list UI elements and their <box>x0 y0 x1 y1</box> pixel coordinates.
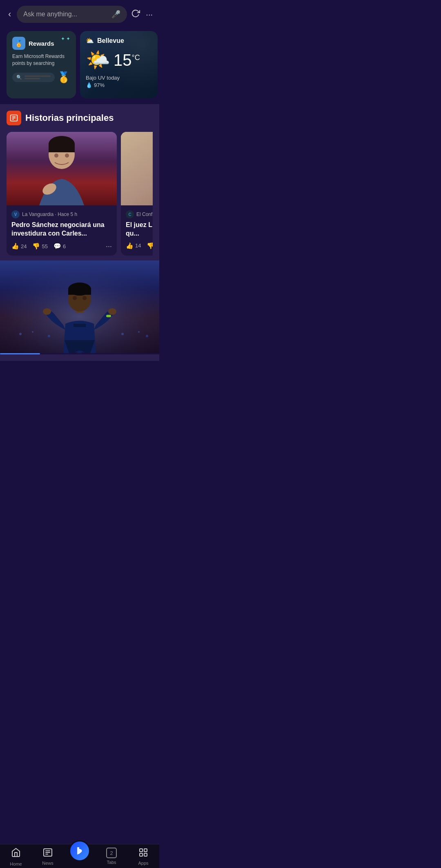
source-row-1: V La Vanguardia · Hace 5 h <box>11 210 112 218</box>
thumbs-up-icon: 👍 <box>11 243 19 250</box>
svg-point-31 <box>43 308 51 315</box>
thumbs-down-icon: 👎 <box>32 243 40 250</box>
big-news-card[interactable] <box>0 260 159 354</box>
weather-cloud-icon: ⛅ <box>86 37 94 45</box>
news-card-2-body: C El Confidencial · H El juez Llarena c.… <box>121 205 153 254</box>
news-cards-row: V La Vanguardia · Hace 5 h Pedro Sánchez… <box>7 132 153 256</box>
news-card-1[interactable]: V La Vanguardia · Hace 5 h Pedro Sánchez… <box>7 132 117 256</box>
news-header: Historias principales <box>7 111 153 125</box>
like-button-1[interactable]: 👍 24 <box>11 243 27 250</box>
weather-city: Bellevue <box>97 37 124 45</box>
thumbs-up-icon-2: 👍 <box>126 242 134 249</box>
comment-button-1[interactable]: 💬 6 <box>53 243 66 250</box>
rewards-title: Rewards <box>29 40 54 47</box>
svg-point-27 <box>48 335 50 337</box>
news-card-2-title: El juez Llarena c... sumario para qu... <box>126 221 153 238</box>
svg-point-8 <box>54 154 58 158</box>
search-bar[interactable]: Ask me anything... 🎤 <box>17 6 127 23</box>
back-button[interactable]: ‹ <box>7 7 13 21</box>
weather-condition-text: Bajo UV today <box>86 75 152 81</box>
rewards-widget[interactable]: 🏅 Rewards Earn Microsoft Rewards points … <box>7 31 76 98</box>
widgets-section: 🏅 Rewards Earn Microsoft Rewards points … <box>0 27 159 104</box>
header: ‹ Ask me anything... 🎤 ··· <box>0 0 159 27</box>
weather-widget[interactable]: ⛅ Bellevue 🌤️ 15°C Bajo UV today 💧 97% <box>80 31 158 98</box>
news-card-1-actions: 👍 24 👎 55 💬 6 ··· <box>11 242 112 251</box>
news-section: Historias principales <box>0 104 159 361</box>
svg-rect-40 <box>74 324 86 327</box>
weather-condition-icon: 🌤️ <box>86 49 110 71</box>
weather-temperature: 15°C <box>114 51 140 69</box>
svg-rect-7 <box>49 143 75 152</box>
mic-icon[interactable]: 🎤 <box>111 10 120 19</box>
svg-point-38 <box>82 296 87 300</box>
source-icon-1: V <box>11 210 20 218</box>
svg-point-37 <box>73 296 77 300</box>
rewards-icon: 🏅 <box>12 37 25 50</box>
svg-point-25 <box>19 333 22 335</box>
svg-point-28 <box>121 333 124 335</box>
rewards-illustration: 🔍 🥇 <box>12 71 70 84</box>
svg-rect-11 <box>121 132 153 205</box>
svg-rect-36 <box>68 288 91 295</box>
weather-humidity: 💧 97% <box>86 82 152 88</box>
source-icon-2: C <box>126 210 134 218</box>
source-name-2: El Confidencial · H <box>136 211 153 217</box>
svg-point-9 <box>65 154 69 158</box>
sparkle-decoration: ✦ ✦ <box>61 36 70 42</box>
rewards-description: Earn Microsoft Rewards points by searchi… <box>12 53 70 67</box>
news-card-1-body: V La Vanguardia · Hace 5 h Pedro Sánchez… <box>7 205 117 256</box>
source-row-2: C El Confidencial · H <box>126 210 153 218</box>
humidity-icon: 💧 <box>86 82 92 88</box>
news-section-title: Historias principales <box>25 113 114 123</box>
refresh-icon[interactable] <box>131 9 140 20</box>
dislike-button-2[interactable]: 👎 10 <box>147 242 153 249</box>
news-card-1-image <box>7 132 117 205</box>
search-placeholder: Ask me anything... <box>23 11 108 18</box>
medal-icon: 🥇 <box>57 71 70 84</box>
svg-point-26 <box>32 331 33 333</box>
news-card-1-title: Pedro Sánchez negociará una investidura … <box>11 221 112 238</box>
more-button-1[interactable]: ··· <box>106 242 112 251</box>
news-card-2-image <box>121 132 153 205</box>
news-card-2[interactable]: C El Confidencial · H El juez Llarena c.… <box>121 132 153 256</box>
svg-point-29 <box>138 331 140 333</box>
like-button-2[interactable]: 👍 14 <box>126 242 141 249</box>
header-actions: ··· <box>131 9 153 20</box>
svg-rect-39 <box>106 315 111 317</box>
comment-icon: 💬 <box>53 243 61 250</box>
search-mini-icon: 🔍 <box>16 75 22 80</box>
svg-point-30 <box>146 335 148 337</box>
thumbs-down-icon-2: 👎 <box>147 242 153 249</box>
source-name-1: La Vanguardia · Hace 5 h <box>22 211 77 217</box>
big-news-image <box>0 260 159 354</box>
news-section-icon <box>7 111 21 125</box>
svg-point-32 <box>108 308 116 315</box>
dislike-button-1[interactable]: 👎 55 <box>32 243 47 250</box>
news-card-2-actions: 👍 14 👎 10 <box>126 242 153 249</box>
more-options-icon[interactable]: ··· <box>146 10 153 19</box>
